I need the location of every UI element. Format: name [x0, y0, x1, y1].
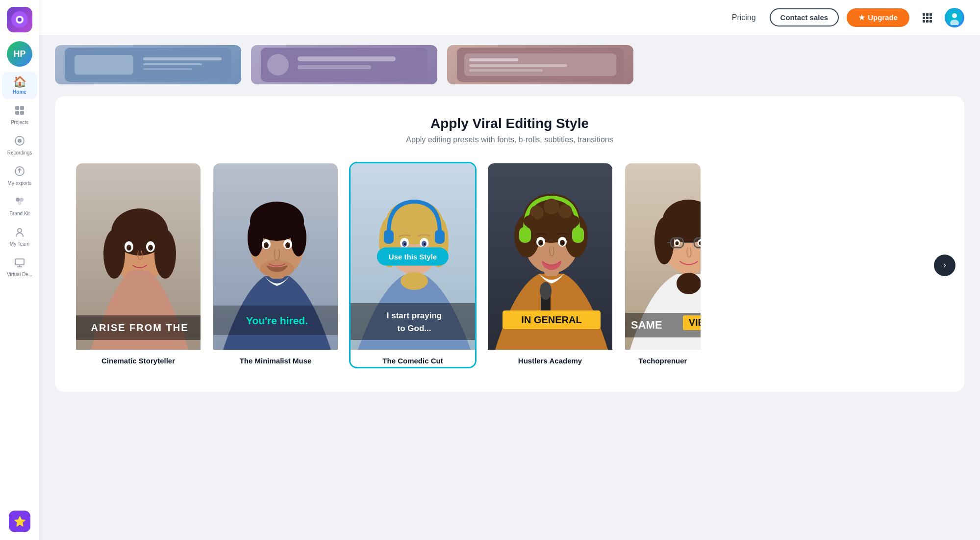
- card-image-cinematic: ARISE FROM THE: [76, 163, 201, 350]
- svg-rect-21: [923, 20, 925, 23]
- svg-rect-3: [15, 106, 19, 110]
- svg-rect-31: [143, 68, 192, 70]
- sidebar-item-recordings[interactable]: Recordings: [2, 130, 37, 160]
- projects-icon: [14, 105, 25, 118]
- svg-point-8: [18, 139, 22, 143]
- svg-point-101: [524, 215, 535, 227]
- card-label-hustlers: Hustlers Academy: [488, 350, 612, 367]
- use-style-button[interactable]: Use this Style: [377, 248, 449, 266]
- app-logo[interactable]: [7, 7, 32, 32]
- sidebar-item-virtual-label: Virtual De...: [7, 272, 32, 278]
- contact-sales-button[interactable]: Contact sales: [770, 8, 839, 26]
- svg-point-78: [401, 272, 428, 290]
- upgrade-button[interactable]: ★ Upgrade: [847, 8, 909, 27]
- thumb-item-3[interactable]: [447, 45, 633, 84]
- sidebar-item-projects-label: Projects: [11, 120, 28, 126]
- svg-point-12: [18, 201, 22, 205]
- style-card-hustlers[interactable]: IN GENERAL Hustlers Academy: [486, 162, 614, 368]
- card-image-hustlers: IN GENERAL: [488, 163, 612, 350]
- svg-point-126: [676, 241, 679, 245]
- sidebar-item-exports-label: My exports: [8, 180, 32, 186]
- svg-text:SAME: SAME: [631, 319, 662, 331]
- card-label-techop: Techoprenuer: [625, 350, 701, 367]
- next-arrow-button[interactable]: ›: [934, 255, 955, 276]
- thumbnail-strip: [55, 35, 964, 92]
- svg-point-25: [952, 13, 957, 18]
- svg-point-69: [287, 245, 289, 247]
- svg-point-119: [677, 273, 701, 294]
- user-avatar[interactable]: HP: [7, 41, 32, 67]
- card-image-techop: SAME VIBE: [625, 163, 701, 350]
- sidebar-item-projects[interactable]: Projects: [2, 100, 37, 129]
- svg-rect-97: [572, 227, 584, 243]
- svg-rect-4: [20, 106, 24, 110]
- topbar: Pricing Contact sales ★ Upgrade: [39, 0, 980, 35]
- card-image-comedic: I start praying to God... Use this Style: [351, 163, 475, 350]
- svg-rect-34: [298, 56, 396, 61]
- style-card-cinematic[interactable]: ARISE FROM THE Cinematic Storyteller: [75, 162, 202, 368]
- svg-text:IN GENERAL: IN GENERAL: [521, 314, 581, 325]
- sidebar-item-brandkit-label: Brand Kit: [9, 211, 29, 217]
- style-card-comedic[interactable]: I start praying to God... Use this Style…: [349, 162, 477, 368]
- svg-rect-35: [298, 65, 371, 69]
- svg-text:I start praying: I start praying: [387, 311, 442, 320]
- card-label-minimalist: The Minimalist Muse: [213, 350, 338, 367]
- svg-point-99: [544, 199, 559, 214]
- style-card-minimalist[interactable]: You're hired. The Minimalist Muse: [212, 162, 339, 368]
- sidebar-item-brandkit[interactable]: Brand Kit: [2, 191, 37, 221]
- sidebar-item-home[interactable]: 🏠 Home: [2, 72, 37, 99]
- section-title: Apply Viral Editing Style: [75, 116, 945, 131]
- card-label-cinematic: Cinematic Storyteller: [76, 350, 201, 367]
- svg-point-68: [266, 245, 268, 247]
- svg-rect-5: [15, 111, 19, 115]
- svg-rect-16: [926, 13, 929, 16]
- svg-point-47: [154, 230, 176, 279]
- svg-point-2: [18, 18, 22, 22]
- svg-point-110: [540, 282, 552, 300]
- svg-text:You're hired.: You're hired.: [246, 315, 308, 326]
- svg-rect-23: [930, 20, 932, 23]
- main-content: Pricing Contact sales ★ Upgrade: [39, 0, 980, 540]
- card-image-minimalist: You're hired.: [213, 163, 338, 350]
- sidebar-item-home-label: Home: [13, 89, 26, 95]
- star-icon: ★: [858, 13, 865, 22]
- svg-rect-14: [15, 259, 24, 265]
- user-profile-avatar[interactable]: [945, 8, 964, 27]
- sidebar: HP 🏠 Home Projects: [0, 0, 39, 540]
- thumb-item-2[interactable]: [251, 45, 437, 84]
- exports-icon: [14, 166, 25, 179]
- svg-rect-39: [469, 64, 567, 67]
- svg-point-107: [540, 242, 542, 244]
- style-cards-wrapper: ARISE FROM THE Cinematic Storyteller: [75, 162, 945, 368]
- brandkit-icon: [14, 196, 25, 209]
- svg-rect-80: [435, 230, 445, 244]
- svg-rect-20: [930, 17, 932, 19]
- svg-point-11: [20, 198, 24, 202]
- svg-point-46: [103, 230, 125, 279]
- recordings-icon: [14, 135, 25, 148]
- apps-grid-icon[interactable]: [917, 8, 937, 27]
- svg-rect-28: [75, 55, 133, 75]
- svg-point-86: [424, 243, 426, 245]
- svg-point-102: [568, 215, 579, 227]
- svg-point-108: [562, 242, 564, 244]
- sidebar-item-exports[interactable]: My exports: [2, 161, 37, 190]
- svg-text:ARISE FROM THE: ARISE FROM THE: [91, 322, 188, 333]
- section-subtitle: Apply editing presets with fonts, b-roll…: [75, 135, 945, 144]
- upgrade-star-button[interactable]: ⭐: [9, 511, 30, 532]
- home-icon: 🏠: [13, 77, 26, 87]
- svg-point-100: [558, 205, 572, 218]
- svg-rect-17: [930, 13, 932, 16]
- svg-point-85: [404, 243, 406, 245]
- svg-rect-79: [384, 230, 394, 244]
- pricing-link[interactable]: Pricing: [726, 9, 762, 26]
- sidebar-item-virtual[interactable]: Virtual De...: [2, 252, 37, 282]
- sidebar-item-myteam[interactable]: My Team: [2, 222, 37, 251]
- svg-rect-19: [926, 17, 929, 19]
- scroll-area: Apply Viral Editing Style Apply editing …: [39, 35, 980, 540]
- svg-rect-38: [469, 58, 518, 61]
- style-card-techop[interactable]: SAME VIBE Techoprenuer: [624, 162, 702, 368]
- svg-rect-22: [926, 20, 929, 23]
- thumb-item-1[interactable]: [55, 45, 241, 84]
- myteam-icon: [14, 227, 25, 239]
